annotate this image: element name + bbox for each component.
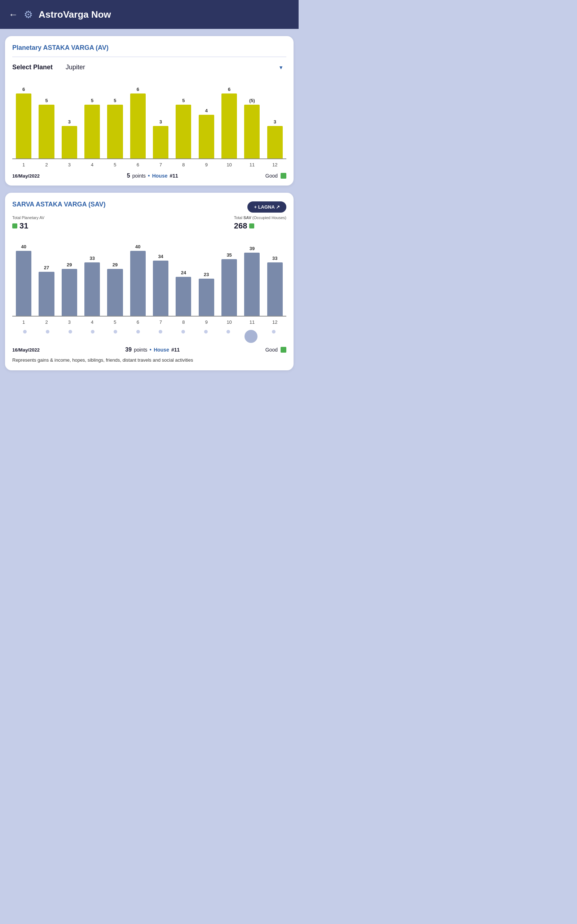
bar-group: 40 [127, 241, 149, 316]
pav-house-label: House [152, 173, 168, 179]
bar-group: 33 [81, 241, 103, 316]
bar-value: 4 [205, 108, 208, 113]
bar-value: 29 [67, 262, 72, 267]
bar-group: 5 [81, 83, 103, 158]
bar-rect [130, 94, 146, 158]
bar-group: 27 [35, 241, 58, 316]
pav-bar-chart: 6535563546(5)3 [12, 80, 286, 159]
back-button[interactable]: ← [9, 9, 18, 20]
bar-value: 29 [113, 262, 118, 267]
pav-good-status: Good [266, 173, 286, 179]
bar-value: 33 [272, 255, 277, 261]
app-header: ← ⚙ AstroVarga Now [0, 0, 298, 29]
bar-value: 35 [226, 252, 232, 258]
sav-header-row: SARVA ASTAKA VARGA (SAV) + LAGNA ↗ [12, 201, 286, 213]
planet-dropdown[interactable]: Jupiter ▼ [63, 62, 286, 73]
bar-value: 3 [160, 119, 162, 124]
bar-rect [84, 262, 100, 316]
bar-axis-label: 3 [58, 320, 81, 325]
bar-value: 34 [158, 254, 163, 259]
dot-item[interactable] [172, 330, 195, 343]
bar-axis-label: 11 [240, 162, 263, 168]
total-sav-label: Total SAV (Occupied Houses) [234, 215, 286, 220]
sav-date: 16/May/2022 [12, 347, 40, 353]
dot-item[interactable] [36, 330, 59, 343]
total-pav-value: 31 [12, 221, 44, 231]
bar-axis-label: 10 [218, 162, 240, 168]
sav-good-label: Good [266, 347, 278, 353]
dot-circle [46, 330, 49, 333]
sav-house-num: #11 [171, 347, 180, 353]
pav-house-num: #11 [169, 173, 178, 179]
chevron-down-icon: ▼ [279, 65, 284, 70]
dot-item[interactable] [149, 330, 172, 343]
pav-title: Planetary ASTAKA VARGA (AV) [12, 44, 286, 52]
bar-value: 5 [114, 98, 116, 103]
bar-axis-label: 3 [58, 162, 81, 168]
pav-card: Planetary ASTAKA VARGA (AV) Select Plane… [5, 36, 293, 186]
total-pav-label: Total Planetary AV [12, 215, 44, 220]
sav-chart: 402729332940342423353933 123456789101112 [12, 237, 286, 325]
dot-item[interactable] [104, 330, 127, 343]
dot-item[interactable] [217, 330, 240, 343]
bar-value: 40 [135, 244, 140, 249]
dot-item[interactable] [14, 330, 36, 343]
bar-axis-label: 4 [81, 162, 103, 168]
bar-group: 29 [103, 241, 126, 316]
pav-bar-labels: 123456789101112 [12, 162, 286, 168]
bar-rect [62, 269, 77, 316]
dot-item[interactable] [59, 330, 82, 343]
bar-group: 6 [12, 83, 35, 158]
bar-group: 5 [172, 83, 195, 158]
sav-dot-separator: • [150, 347, 152, 353]
bar-value: 5 [182, 98, 185, 103]
bar-axis-label: 10 [218, 320, 240, 325]
sav-number: 268 [234, 221, 247, 231]
sav-sub-label: (Occupied Houses) [253, 215, 286, 220]
bar-rect [107, 105, 122, 158]
bar-value: 6 [137, 87, 139, 92]
dot-item[interactable] [82, 330, 104, 343]
bar-group: 6 [218, 83, 240, 158]
pav-chart: 6535563546(5)3 123456789101112 [12, 80, 286, 168]
bar-group: 5 [35, 83, 58, 158]
bar-axis-label: 5 [103, 162, 126, 168]
dot-circle [245, 330, 258, 343]
bar-group: 3 [58, 83, 81, 158]
bar-group: 34 [149, 241, 172, 316]
bar-axis-label: 4 [81, 320, 103, 325]
dot-item[interactable] [240, 330, 263, 343]
dot-item[interactable] [262, 330, 285, 343]
pav-points-value: 5 [127, 173, 130, 179]
bar-value: 6 [228, 87, 230, 92]
sav-green-square [249, 223, 254, 228]
settings-icon: ⚙ [24, 9, 33, 21]
bar-rect [199, 279, 214, 316]
bar-rect [267, 126, 283, 158]
sav-title: SARVA ASTAKA VARGA (SAV) [12, 201, 106, 208]
dot-circle [136, 330, 140, 333]
bar-value: 24 [181, 270, 186, 275]
lagna-button[interactable]: + LAGNA ↗ [247, 201, 286, 213]
pav-points-info: 5 points • House #11 [127, 173, 178, 179]
bar-rect [244, 105, 259, 158]
sav-points-label: points [134, 347, 147, 353]
sav-points-value: 39 [125, 347, 132, 353]
pav-date: 16/May/2022 [12, 173, 40, 179]
dot-circle [272, 330, 276, 333]
bar-rect [221, 259, 237, 316]
bar-group: 23 [195, 241, 218, 316]
bar-group: 24 [172, 241, 195, 316]
bar-axis-label: 9 [195, 162, 218, 168]
bar-axis-label: 2 [35, 162, 58, 168]
bar-rect [39, 272, 54, 316]
bar-rect [244, 253, 259, 316]
dot-item[interactable] [194, 330, 217, 343]
bar-axis-label: 2 [35, 320, 58, 325]
bar-rect [267, 262, 283, 316]
total-pav-block: Total Planetary AV 31 [12, 215, 44, 231]
dot-item[interactable] [127, 330, 149, 343]
pav-green-square [12, 223, 17, 228]
bar-axis-label: 1 [12, 162, 35, 168]
sav-points-info: 39 points • House #11 [125, 347, 180, 353]
